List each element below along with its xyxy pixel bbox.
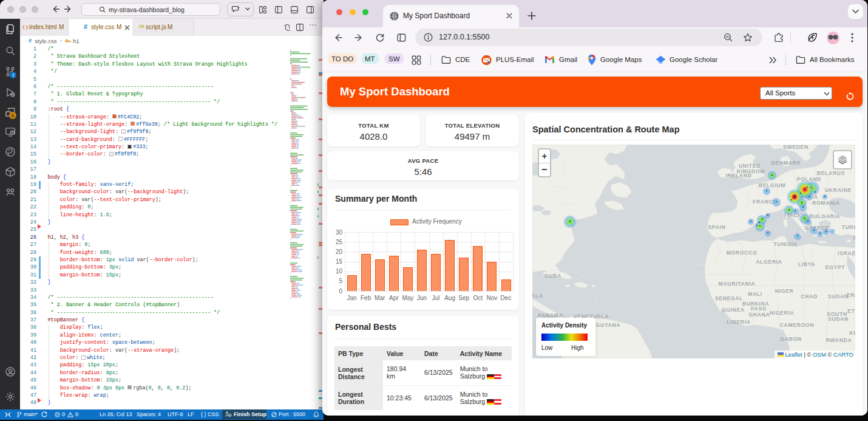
svg-text:TUNISIA: TUNISIA xyxy=(773,241,797,247)
svg-text:KE: KE xyxy=(849,330,855,336)
svg-text:SUDAN: SUDAN xyxy=(828,316,849,322)
svg-text:ETH: ETH xyxy=(847,308,855,314)
svg-text:EGYPT: EGYPT xyxy=(826,264,846,270)
svg-text:MAURITANIA: MAURITANIA xyxy=(719,281,756,287)
svg-text:CHAD: CHAD xyxy=(801,293,818,299)
svg-text:LIBERIA: LIBERIA xyxy=(727,319,750,325)
svg-text:RWANDA: RWANDA xyxy=(826,337,852,343)
svg-text:GUYANA: GUYANA xyxy=(596,322,621,328)
svg-text:SUDAN: SUDAN xyxy=(828,293,849,299)
svg-text:GABON: GABON xyxy=(780,336,802,342)
svg-text:GUINEA: GUINEA xyxy=(722,307,745,313)
svg-text:ERIT: ERIT xyxy=(847,292,855,298)
svg-text:IRELAND: IRELAND xyxy=(725,173,751,179)
svg-text:UKRAINE: UKRAINE xyxy=(825,187,852,193)
svg-text:BELGIUM: BELGIUM xyxy=(759,182,786,188)
svg-text:BELARUS: BELARUS xyxy=(817,170,845,176)
svg-text:MOROCCO: MOROCCO xyxy=(727,250,758,256)
svg-text:BULGARIA: BULGARIA xyxy=(810,213,841,219)
svg-text:CUBA: CUBA xyxy=(544,273,561,279)
svg-text:SPAIN: SPAIN xyxy=(708,224,725,230)
svg-text:CAMEROON: CAMEROON xyxy=(780,322,815,328)
svg-text:MALA: MALA xyxy=(532,293,543,299)
svg-text:MALI: MALI xyxy=(748,291,762,297)
svg-text:LIBYA: LIBYA xyxy=(798,261,816,267)
svg-text:NIGER: NIGER xyxy=(775,288,794,294)
svg-text:ALGERIA: ALGERIA xyxy=(756,259,782,265)
svg-text:FASO: FASO xyxy=(751,306,767,312)
svg-text:SWEDEN: SWEDEN xyxy=(783,145,809,150)
svg-text:SENEGAL: SENEGAL xyxy=(715,295,743,301)
svg-text:DENMARK: DENMARK xyxy=(771,160,801,166)
svg-text:S: S xyxy=(853,234,855,241)
svg-text:TURKE: TURKE xyxy=(841,224,855,230)
svg-text:NIGERIA: NIGERIA xyxy=(770,310,795,316)
svg-text:ROMANIA: ROMANIA xyxy=(812,200,840,206)
svg-text:ISRAE: ISRAE xyxy=(838,250,855,256)
svg-text:GHANA: GHANA xyxy=(748,312,770,318)
